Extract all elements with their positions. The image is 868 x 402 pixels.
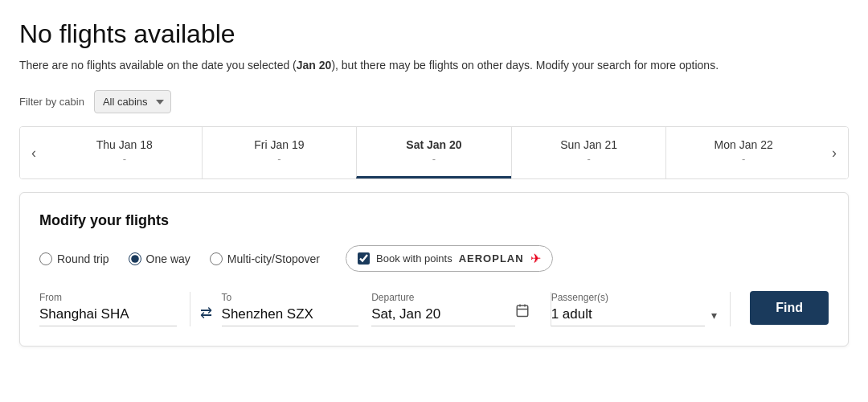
calendar-icon	[515, 303, 538, 326]
subtitle: There are no flights available on the da…	[19, 57, 849, 74]
date-label-1: Fri Jan 19	[209, 138, 350, 151]
to-value[interactable]: Shenzhen SZX	[222, 306, 359, 326]
from-value[interactable]: Shanghai SHA	[39, 306, 177, 326]
trip-type-multicity[interactable]: Multi-city/Stopover	[210, 252, 320, 265]
trip-options: Round trip One way Multi-city/Stopover B…	[39, 245, 829, 272]
date-label-2: Sat Jan 20	[363, 138, 505, 151]
filter-cabin-label: Filter by cabin	[19, 96, 84, 108]
date-price-2: -	[363, 153, 505, 165]
swap-button[interactable]: ⇄	[190, 304, 222, 326]
date-label-4: Mon Jan 22	[673, 138, 814, 151]
cabin-select[interactable]: All cabinsEconomyBusinessFirst	[94, 90, 171, 113]
aeroplan-toggle[interactable]: Book with points AEROPLAN ✈	[346, 245, 553, 272]
date-item-3[interactable]: Sun Jan 21 -	[511, 127, 666, 178]
aeroplan-checkbox-input[interactable]	[358, 252, 370, 265]
fields-and-btn: From Shanghai SHA ⇄ To Shenzhen SZX Depa…	[39, 291, 829, 326]
radio-oneway[interactable]	[129, 252, 141, 265]
date-label-0: Thu Jan 18	[54, 138, 195, 151]
date-item-2[interactable]: Sat Jan 20 -	[356, 127, 511, 178]
passengers-inner: Passenger(s) 1 adult	[551, 292, 706, 326]
date-label-3: Sun Jan 21	[518, 138, 660, 151]
departure-value[interactable]: Sat, Jan 20	[371, 306, 515, 326]
date-price-4: -	[673, 153, 814, 165]
from-field-group: From Shanghai SHA	[39, 292, 190, 326]
departure-field-group: Departure Sat, Jan 20	[371, 292, 551, 326]
date-item-1[interactable]: Fri Jan 19 -	[202, 127, 357, 178]
departure-label: Departure	[371, 292, 515, 303]
to-label: To	[222, 292, 359, 303]
chevron-down-icon: ▾	[705, 309, 717, 326]
multicity-label: Multi-city/Stopover	[227, 252, 320, 265]
date-item-4[interactable]: Mon Jan 22 -	[665, 127, 821, 178]
round-trip-label: Round trip	[57, 252, 109, 265]
subtitle-date: Jan 20	[297, 59, 332, 72]
from-label: From	[39, 292, 177, 303]
find-button[interactable]: Find	[750, 291, 829, 325]
to-field-group: To Shenzhen SZX	[222, 292, 372, 326]
modify-card: Modify your flights Round trip One way M…	[19, 192, 849, 347]
date-price-1: -	[209, 153, 350, 165]
trip-type-oneway[interactable]: One way	[129, 252, 190, 265]
modify-title: Modify your flights	[39, 212, 829, 229]
date-nav: ‹ Thu Jan 18 - Fri Jan 19 - Sat Jan 20 -…	[19, 126, 849, 179]
aeroplan-icon: ✈	[530, 251, 541, 266]
radio-multicity[interactable]	[210, 252, 223, 265]
page-wrapper: No flights available There are no flight…	[0, 0, 868, 402]
from-to-wrapper: From Shanghai SHA ⇄ To Shenzhen SZX	[39, 292, 371, 326]
date-price-3: -	[518, 153, 660, 165]
svg-rect-0	[517, 306, 528, 317]
subtitle-post: ), but there may be flights on other day…	[331, 59, 719, 72]
date-nav-next[interactable]: ›	[821, 127, 848, 178]
date-price-0: -	[54, 153, 195, 165]
passengers-label: Passenger(s)	[551, 292, 706, 303]
radio-round[interactable]	[39, 252, 52, 265]
trip-type-round[interactable]: Round trip	[39, 252, 109, 265]
filter-row: Filter by cabin All cabinsEconomyBusines…	[19, 90, 849, 113]
date-item-0[interactable]: Thu Jan 18 -	[47, 127, 202, 178]
date-nav-prev[interactable]: ‹	[20, 127, 47, 178]
one-way-label: One way	[146, 252, 190, 265]
aeroplan-pre: Book with points	[376, 252, 452, 265]
swap-icon: ⇄	[200, 304, 212, 322]
passengers-value[interactable]: 1 adult	[551, 306, 706, 326]
passengers-field-group: Passenger(s) 1 adult ▾	[551, 292, 731, 326]
departure-inner: Departure Sat, Jan 20	[371, 292, 515, 326]
subtitle-pre: There are no flights available on the da…	[19, 59, 297, 72]
page-title: No flights available	[19, 19, 849, 49]
aeroplan-brand: AEROPLAN	[459, 252, 524, 265]
